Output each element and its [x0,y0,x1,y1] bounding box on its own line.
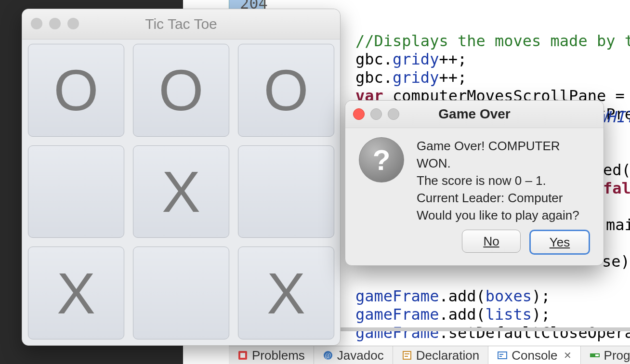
tab-declaration[interactable]: Declaration [393,346,489,364]
svg-rect-11 [591,354,595,357]
code-token: gameFrame [355,324,439,342]
cell-mark: O [53,61,98,119]
cell-mark: O [263,61,308,119]
svg-rect-7 [498,352,507,359]
tab-console[interactable]: Console ✕ [488,346,580,364]
code-token: lists [486,305,532,324]
svg-rect-6 [405,356,408,357]
code-token: .add( [439,305,485,324]
cell-mark: X [57,264,95,322]
code-token: boxes [486,287,532,305]
cell-6[interactable]: X [28,247,124,339]
tab-javadoc[interactable]: @ Javadoc [314,346,393,364]
declaration-icon [402,350,412,361]
cell-mark: O [158,61,203,119]
problems-icon [237,350,248,361]
svg-rect-5 [405,353,409,354]
code-token: gbc. [355,50,393,68]
dialog-line: Game Over! COMPUTER WON. [417,137,590,172]
dialog-line: Current Leader: Computer [417,189,590,207]
code-token: .setDefaultCloseOpera [439,324,630,342]
no-button[interactable]: No [462,230,521,253]
cell-mark: X [162,163,200,221]
console-icon [497,350,508,361]
dialog-button-row: No Yes [462,230,590,255]
code-token: .add( [439,287,485,305]
tab-progress[interactable]: Progress [581,346,630,364]
tab-label: Javadoc [337,348,384,363]
dialog-line: The score is now 0 – 1. [417,172,590,189]
dialog-titlebar[interactable]: Game Over [345,101,604,128]
code-token: gameFrame [355,287,439,305]
code-token: ); [532,305,551,324]
progress-icon [590,350,600,361]
svg-rect-8 [499,354,503,355]
cell-1[interactable]: O [133,44,229,137]
cell-5[interactable] [238,145,334,238]
question-icon: ? [359,137,404,182]
code-token: gameFrame [355,305,439,324]
code-token: gbc. [355,68,393,87]
screenshot-root: 204 //Displays the moves made by t gbc.g… [0,0,630,364]
code-fragment: mai [606,216,630,234]
javadoc-icon: @ [323,350,333,361]
button-label: Yes [550,235,570,250]
code-token: gridy [393,68,439,87]
code-fragment: se); [602,252,630,271]
code-fragment: fals [603,179,630,197]
cell-mark: X [267,264,305,322]
tab-problems[interactable]: Problems [229,346,314,364]
svg-rect-4 [403,351,411,359]
game-grid: O O O X X X [28,44,334,339]
tictactoe-window: Tic Tac Toe O O O X X X [22,9,341,346]
code-fragment: ed(f [603,161,630,179]
game-over-dialog: Game Over ? Game Over! COMPUTER WON. The… [345,100,604,266]
code-token: gridy [393,50,439,68]
tab-label: Problems [252,348,305,363]
dialog-message: Game Over! COMPUTER WON. The score is no… [417,137,590,224]
svg-rect-9 [499,356,502,357]
editor-scroll-indicator [337,327,630,331]
dialog-line: Would you like to play again? [417,207,590,224]
window-title: Tic Tac Toe [22,16,340,32]
svg-rect-1 [240,353,245,358]
code-token: ++; [439,50,467,68]
code-token: ++; [439,68,467,87]
yes-button[interactable]: Yes [529,230,590,255]
cell-7[interactable] [133,247,229,339]
window-titlebar[interactable]: Tic Tac Toe [22,9,340,39]
button-label: No [483,234,499,249]
svg-text:@: @ [325,352,331,359]
bottom-tab-bar: Problems @ Javadoc Declaration Console ✕ [229,346,630,364]
cell-2[interactable]: O [238,44,334,137]
cell-3[interactable] [28,145,124,238]
tab-label: Declaration [416,348,480,363]
dialog-title: Game Over [345,106,604,122]
cell-0[interactable]: O [28,44,124,137]
dialog-body: ? Game Over! COMPUTER WON. The score is … [359,137,590,224]
tab-label: Console [512,348,557,363]
code-comment: //Displays the moves made by t [355,32,630,50]
close-icon[interactable]: ✕ [564,350,572,361]
code-token: ); [532,287,551,305]
cell-8[interactable]: X [238,247,334,339]
cell-4[interactable]: X [133,145,229,238]
tab-label: Progress [604,348,630,363]
